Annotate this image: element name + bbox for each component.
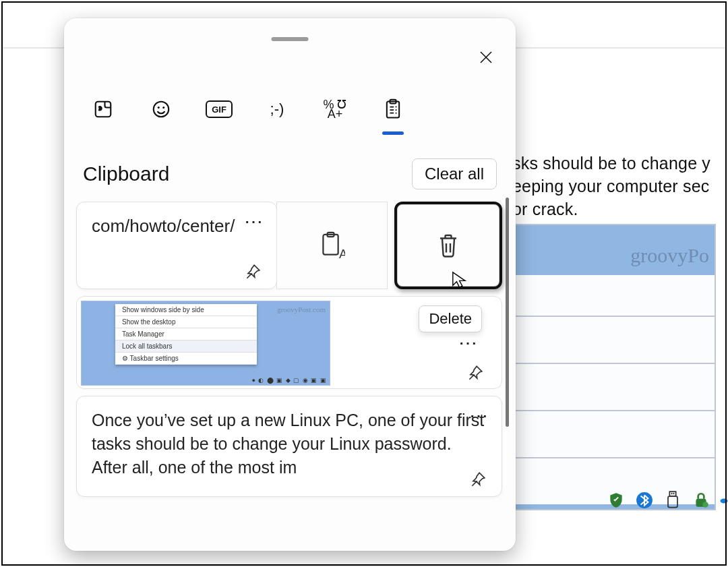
svg-rect-1 — [669, 491, 675, 496]
clipboard-list: com/howto/cente​r/ ⋯ A Delete — [75, 195, 512, 544]
system-tray — [607, 491, 728, 510]
tab-emoji[interactable] — [142, 90, 180, 128]
paste-as-text-button[interactable]: A — [276, 202, 388, 289]
svg-point-21 — [396, 113, 397, 114]
svg-point-19 — [396, 107, 397, 108]
clipboard-panel: GIF ;-) % ℧A+ Clipboard Clear all — [64, 18, 516, 551]
pin-button[interactable] — [464, 361, 487, 384]
tab-stickers[interactable] — [84, 90, 122, 128]
drag-handle[interactable] — [272, 37, 309, 41]
delete-button[interactable] — [394, 202, 502, 289]
svg-rect-22 — [323, 235, 338, 255]
background-image-watermark: groovyPo — [630, 244, 709, 267]
clip-item[interactable]: Once you’ve set up a new Linux PC, one o… — [76, 396, 502, 497]
cursor-icon — [451, 270, 470, 289]
svg-point-7 — [721, 499, 728, 504]
svg-rect-4 — [673, 493, 675, 494]
clip-text: com/howto/cente​r/ — [92, 214, 262, 237]
pin-button[interactable] — [466, 468, 489, 491]
background-image: groovyPo — [512, 224, 716, 510]
usb-icon[interactable] — [663, 491, 682, 510]
svg-rect-2 — [668, 496, 677, 507]
background-image-panel — [514, 275, 715, 504]
pin-button[interactable] — [241, 260, 264, 283]
svg-point-20 — [396, 109, 397, 111]
more-button[interactable]: ⋯ — [469, 405, 489, 427]
clip-row: Once you’ve set up a new Linux PC, one o… — [76, 396, 502, 497]
symbols-icon: % ℧A+ — [323, 100, 346, 119]
tab-kaomoji[interactable]: ;-) — [258, 90, 296, 128]
svg-point-11 — [162, 107, 164, 109]
more-button[interactable]: ⋯ — [244, 210, 264, 233]
bg-article-line: or crack. — [512, 198, 728, 220]
clipboard-text-icon: A — [320, 231, 345, 260]
svg-point-10 — [158, 107, 160, 109]
clip-text: Once you’ve set up a new Linux PC, one o… — [92, 409, 487, 479]
category-tabbar: GIF ;-) % ℧A+ — [84, 86, 495, 133]
tab-clipboard[interactable] — [374, 90, 412, 128]
bg-article-line: eeping your computer sec — [512, 175, 728, 198]
clip-row: com/howto/cente​r/ ⋯ A Delete — [76, 202, 502, 289]
lock-icon[interactable] — [692, 491, 710, 510]
svg-text:GIF: GIF — [212, 105, 226, 115]
close-button[interactable] — [471, 42, 501, 72]
clip-item[interactable]: com/howto/cente​r/ ⋯ — [76, 202, 277, 289]
bluetooth-icon[interactable] — [635, 491, 654, 510]
svg-rect-3 — [671, 493, 673, 494]
more-button[interactable]: ⋯ — [458, 332, 479, 354]
bg-article-line: sks should be to change y — [512, 152, 728, 175]
onedrive-icon[interactable] — [720, 491, 728, 510]
section-title: Clipboard — [83, 162, 169, 185]
tab-symbols[interactable]: % ℧A+ — [316, 90, 354, 128]
shield-icon[interactable] — [607, 491, 626, 510]
svg-point-6 — [702, 502, 708, 508]
clear-all-button[interactable]: Clear all — [412, 158, 497, 189]
delete-tooltip: Delete — [419, 305, 482, 332]
svg-text:A: A — [338, 247, 344, 260]
svg-rect-8 — [96, 102, 111, 117]
kaomoji-icon: ;-) — [270, 100, 284, 118]
clip-thumbnail: Show windows side by side Show the deskt… — [81, 301, 330, 386]
trash-icon — [436, 232, 460, 259]
background-article-text: sks should be to change y eeping your co… — [512, 152, 728, 220]
tab-gif[interactable]: GIF — [200, 90, 238, 128]
svg-point-9 — [154, 102, 169, 117]
